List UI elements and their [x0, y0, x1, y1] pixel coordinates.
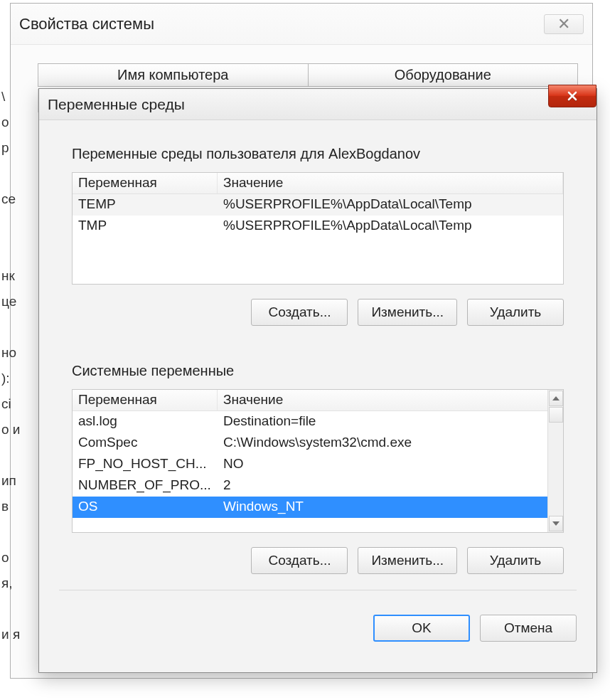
chevron-down-icon — [552, 396, 560, 401]
parent-tabs-row1: Имя компьютераОборудование — [38, 63, 578, 87]
sys-scrollbar[interactable] — [547, 390, 563, 532]
system-variables-list[interactable]: Переменная Значение asl.logDestination=f… — [72, 389, 564, 533]
user-var-row[interactable]: TMP%USERPROFILE%\AppData\Local\Temp — [73, 216, 563, 237]
variable-value-cell: Windows_NT — [218, 497, 563, 518]
background-text-fragment — [1, 314, 20, 340]
scroll-down-button[interactable] — [549, 516, 563, 531]
variable-name-cell: OS — [73, 497, 218, 518]
dialog-footer: OK Отмена — [59, 615, 577, 642]
user-variables-title: Переменные среды пользователя для AlexBo… — [72, 146, 564, 162]
background-text-fragment: ип — [1, 468, 20, 494]
dialog-title: Переменные среды — [48, 96, 185, 113]
user-variables-group: Переменные среды пользователя для AlexBo… — [59, 140, 577, 337]
variable-value-cell: 2 — [218, 475, 563, 497]
variable-value-cell: %USERPROFILE%\AppData\Local\Temp — [218, 194, 563, 216]
parent-close-button[interactable]: ✕ — [544, 14, 584, 34]
background-text-fragment: це — [1, 289, 20, 314]
close-icon — [567, 90, 578, 102]
scroll-thumb[interactable] — [549, 407, 563, 423]
background-text-fragment: и я — [1, 622, 20, 647]
separator — [59, 590, 577, 590]
sys-var-row[interactable]: asl.logDestination=file — [73, 411, 563, 433]
sys-var-row[interactable]: NUMBER_OF_PRO...2 — [73, 475, 563, 497]
background-text-fragment: я, — [1, 571, 20, 596]
background-text-fragment: се — [1, 186, 20, 212]
background-text-fragment: о и — [1, 417, 20, 442]
background-text-fragment: но — [1, 340, 20, 366]
chevron-down-icon — [552, 521, 560, 526]
variable-name-cell: FP_NO_HOST_CH... — [73, 454, 218, 475]
dialog-titlebar: Переменные среды — [39, 89, 596, 120]
background-text-fragment — [1, 596, 20, 622]
background-text-fragment: ): — [1, 366, 20, 391]
background-text-fragment — [1, 238, 20, 263]
background-text-fragment: о — [1, 545, 20, 571]
variable-name-cell: TMP — [73, 216, 218, 237]
system-variables-group: Системные переменные Переменная Значение… — [59, 357, 577, 585]
sys-create-button[interactable]: Создать... — [251, 547, 348, 574]
col-value[interactable]: Значение — [218, 390, 563, 410]
variable-name-cell: asl.log — [73, 411, 218, 433]
user-var-row[interactable]: TEMP%USERPROFILE%\AppData\Local\Temp — [73, 194, 563, 216]
user-vars-buttons: Создать... Изменить... Удалить — [72, 299, 564, 326]
sys-vars-header: Переменная Значение — [73, 390, 563, 411]
background-text-fragment: о — [1, 110, 20, 135]
background-text-fragment: \ — [1, 84, 20, 110]
dialog-close-button[interactable] — [548, 85, 596, 107]
col-variable[interactable]: Переменная — [73, 390, 218, 410]
background-text-fragment — [1, 442, 20, 468]
variable-value-cell: Destination=file — [218, 411, 563, 433]
background-text-fragment — [1, 161, 20, 186]
user-create-button[interactable]: Создать... — [251, 299, 348, 326]
background-text-fragment: р — [1, 135, 20, 161]
user-variables-list[interactable]: Переменная Значение TEMP%USERPROFILE%\Ap… — [72, 172, 564, 285]
sys-var-row[interactable]: ComSpecC:\Windows\system32\cmd.exe — [73, 433, 563, 454]
background-text-fragment — [1, 519, 20, 545]
system-variables-title: Системные переменные — [72, 363, 564, 379]
sys-vars-buttons: Создать... Изменить... Удалить — [72, 547, 564, 574]
background-cropped-text: \орсенкцено):сіо иипвоя,и я — [1, 84, 20, 647]
parent-tab[interactable]: Имя компьютера — [38, 63, 309, 87]
variable-name-cell: ComSpec — [73, 433, 218, 454]
sys-edit-button[interactable]: Изменить... — [358, 547, 457, 574]
parent-title: Свойства системы — [19, 15, 154, 33]
cancel-button[interactable]: Отмена — [480, 615, 577, 642]
variable-name-cell: TEMP — [73, 194, 218, 216]
variable-value-cell: NO — [218, 454, 563, 475]
sys-delete-button[interactable]: Удалить — [467, 547, 564, 574]
sys-var-row[interactable]: OSWindows_NT — [73, 497, 563, 518]
variable-value-cell: C:\Windows\system32\cmd.exe — [218, 433, 563, 454]
col-variable[interactable]: Переменная — [73, 173, 218, 193]
col-value[interactable]: Значение — [218, 173, 563, 193]
sys-var-row[interactable]: FP_NO_HOST_CH...NO — [73, 454, 563, 475]
parent-tab[interactable]: Оборудование — [309, 63, 579, 87]
environment-variables-dialog: Переменные среды Переменные среды пользо… — [38, 88, 597, 673]
background-text-fragment: нк — [1, 263, 20, 289]
background-text-fragment — [1, 212, 20, 238]
background-text-fragment: в — [1, 494, 20, 519]
user-edit-button[interactable]: Изменить... — [358, 299, 457, 326]
parent-titlebar: Свойства системы ✕ — [11, 4, 592, 45]
scroll-up-button[interactable] — [549, 391, 563, 406]
close-icon: ✕ — [557, 15, 570, 33]
ok-button[interactable]: OK — [373, 615, 470, 642]
user-vars-header: Переменная Значение — [73, 173, 563, 194]
variable-value-cell: %USERPROFILE%\AppData\Local\Temp — [218, 216, 563, 237]
background-text-fragment: сі — [1, 391, 20, 417]
user-delete-button[interactable]: Удалить — [467, 299, 564, 326]
variable-name-cell: NUMBER_OF_PRO... — [73, 475, 218, 497]
